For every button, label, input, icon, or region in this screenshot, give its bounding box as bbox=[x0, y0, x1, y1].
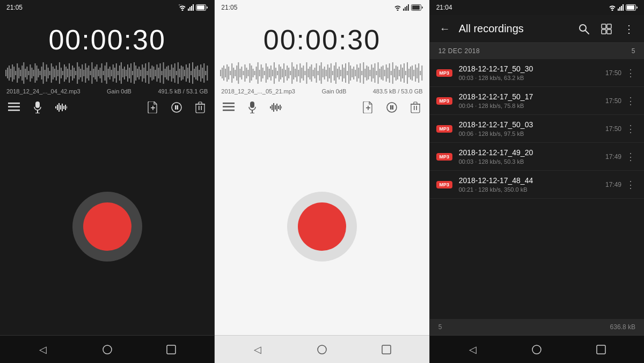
recording-item-2[interactable]: MP3 2018-12-12-17_50_03 00:06 · 128 kb/s… bbox=[430, 115, 644, 143]
recording-item-4[interactable]: MP3 2018-12-12-17_48_44 00:21 · 128 kb/s… bbox=[430, 171, 644, 199]
back-button-recordings[interactable]: ← bbox=[436, 20, 453, 38]
svg-rect-231 bbox=[335, 62, 336, 84]
svg-rect-49 bbox=[75, 71, 76, 75]
recording-item-0[interactable]: MP3 2018-12-12-17_50_30 00:03 · 128 kb/s… bbox=[430, 59, 644, 87]
gain-2: Gain 0dB bbox=[321, 88, 346, 95]
svg-rect-259 bbox=[381, 67, 382, 79]
svg-rect-230 bbox=[334, 66, 335, 81]
svg-rect-179 bbox=[251, 66, 252, 81]
battery-icon-1 bbox=[196, 4, 208, 11]
svg-rect-15 bbox=[20, 70, 21, 76]
svg-rect-219 bbox=[316, 63, 317, 83]
svg-rect-8 bbox=[9, 66, 10, 81]
svg-rect-82 bbox=[129, 68, 130, 78]
svg-rect-191 bbox=[270, 66, 272, 81]
record-outer-1[interactable] bbox=[72, 192, 142, 262]
delete-icon-2[interactable] bbox=[408, 100, 423, 115]
svg-rect-36 bbox=[54, 69, 55, 77]
back-nav-1[interactable]: ◁ bbox=[33, 340, 53, 359]
pause-icon-1[interactable] bbox=[169, 100, 184, 115]
svg-rect-175 bbox=[245, 64, 246, 82]
svg-rect-278 bbox=[412, 66, 413, 81]
storage-1: 491.5 kB / 53.1 GB bbox=[158, 88, 208, 95]
recording-details-0: 2018-12-12-17_50_30 00:03 · 128 kb/s, 63… bbox=[459, 64, 601, 81]
toolbar-1 bbox=[0, 97, 214, 118]
more-button-recordings[interactable]: ⋮ bbox=[620, 20, 638, 38]
svg-rect-137 bbox=[55, 106, 56, 108]
mic-icon-2[interactable] bbox=[245, 100, 260, 115]
home-nav-1[interactable] bbox=[98, 340, 117, 359]
search-button-recordings[interactable] bbox=[575, 20, 592, 38]
recording-details-1: 2018-12-12-17_50_17 00:04 · 128 kb/s, 75… bbox=[459, 92, 601, 109]
svg-rect-108 bbox=[171, 64, 172, 82]
svg-rect-33 bbox=[49, 71, 50, 75]
mic-icon-1[interactable] bbox=[30, 100, 45, 115]
recording-item-3[interactable]: MP3 2018-12-12-17_49_20 00:03 · 128 kb/s… bbox=[430, 143, 644, 171]
svg-rect-101 bbox=[160, 63, 161, 83]
svg-rect-129 bbox=[205, 71, 206, 75]
svg-rect-60 bbox=[93, 69, 94, 77]
svg-rect-87 bbox=[137, 69, 138, 77]
svg-rect-192 bbox=[272, 70, 273, 76]
svg-rect-237 bbox=[345, 63, 346, 83]
home-nav-2[interactable] bbox=[312, 340, 332, 359]
svg-rect-215 bbox=[310, 67, 311, 79]
battery-icon-2 bbox=[411, 4, 423, 11]
waveform-icon-1[interactable] bbox=[54, 100, 69, 115]
home-nav-3[interactable] bbox=[527, 340, 546, 359]
svg-rect-222 bbox=[321, 62, 322, 84]
svg-rect-23 bbox=[33, 70, 34, 76]
svg-rect-1 bbox=[189, 7, 191, 11]
svg-rect-62 bbox=[96, 64, 97, 82]
svg-rect-309 bbox=[619, 7, 620, 11]
svg-rect-288 bbox=[250, 101, 254, 108]
svg-rect-206 bbox=[295, 69, 296, 77]
svg-rect-45 bbox=[69, 63, 70, 83]
svg-rect-163 bbox=[225, 69, 226, 77]
svg-rect-180 bbox=[253, 69, 254, 77]
recording-name-3: 2018-12-12-17_49_20 bbox=[459, 148, 601, 157]
more-icon-4[interactable]: ⋮ bbox=[624, 177, 638, 193]
svg-rect-281 bbox=[417, 68, 418, 78]
square-nav-2[interactable] bbox=[377, 340, 396, 359]
record-button-2[interactable] bbox=[298, 202, 346, 251]
record-outer-2[interactable] bbox=[287, 192, 357, 262]
list-icon-1[interactable] bbox=[6, 100, 21, 115]
signal-icon-2 bbox=[403, 4, 409, 11]
more-icon-2[interactable]: ⋮ bbox=[624, 121, 638, 137]
svg-rect-61 bbox=[94, 67, 96, 79]
svg-rect-238 bbox=[347, 71, 348, 75]
svg-rect-240 bbox=[350, 66, 351, 81]
delete-icon-1[interactable] bbox=[193, 100, 208, 115]
recording-item-1[interactable]: MP3 2018-12-12-17_50_17 00:04 · 128 kb/s… bbox=[430, 87, 644, 115]
recording-name-2: 2018-12-12-17_50_03 bbox=[459, 120, 601, 129]
svg-rect-112 bbox=[178, 62, 179, 84]
more-icon-3[interactable]: ⋮ bbox=[624, 149, 638, 165]
svg-rect-14 bbox=[18, 68, 19, 78]
svg-rect-35 bbox=[53, 67, 54, 79]
add-file-icon-2[interactable] bbox=[361, 100, 376, 115]
pause-icon-2[interactable] bbox=[384, 100, 399, 115]
svg-rect-272 bbox=[402, 68, 403, 78]
list-icon-2[interactable] bbox=[221, 100, 236, 115]
svg-rect-96 bbox=[151, 66, 152, 81]
square-nav-3[interactable] bbox=[591, 340, 611, 359]
svg-rect-264 bbox=[389, 63, 390, 83]
svg-rect-235 bbox=[342, 64, 343, 82]
svg-rect-268 bbox=[396, 66, 397, 81]
back-nav-2[interactable]: ◁ bbox=[248, 340, 267, 359]
more-icon-0[interactable]: ⋮ bbox=[624, 65, 638, 81]
back-nav-3[interactable]: ◁ bbox=[463, 340, 482, 359]
svg-rect-187 bbox=[264, 71, 265, 75]
svg-rect-205 bbox=[294, 67, 295, 79]
svg-rect-178 bbox=[250, 63, 251, 83]
record-button-1[interactable] bbox=[83, 202, 131, 251]
waveform-icon-2[interactable] bbox=[268, 100, 283, 115]
square-nav-1[interactable] bbox=[162, 340, 181, 359]
add-file-icon-1[interactable] bbox=[145, 100, 160, 115]
svg-rect-86 bbox=[135, 66, 136, 81]
svg-rect-20 bbox=[28, 71, 29, 75]
more-icon-1[interactable]: ⋮ bbox=[624, 93, 638, 109]
gallery-button-recordings[interactable] bbox=[598, 20, 615, 38]
date-section-header: 12 DEC 2018 5 bbox=[430, 43, 644, 59]
